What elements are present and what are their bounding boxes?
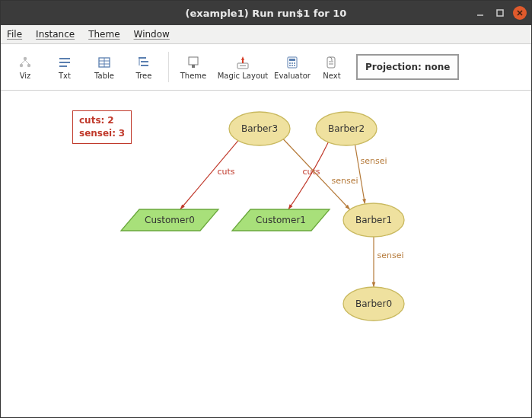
svg-point-5 [20,63,23,66]
magic-layout-label: Magic Layout [218,72,269,80]
theme-button[interactable]: Theme [175,49,212,85]
window-controls [473,1,527,25]
arrowhead-icon [372,282,376,287]
evaluator-icon [285,55,300,70]
menu-file[interactable]: File [7,29,22,40]
svg-point-28 [289,62,291,64]
edge-label-sensei: sensei [360,156,387,166]
svg-point-6 [27,63,30,66]
minimize-icon[interactable] [473,6,487,20]
txt-icon [57,55,72,70]
menu-theme[interactable]: Theme [88,29,119,40]
node-label-customer0: Customer0 [145,215,195,225]
svg-point-30 [294,62,295,64]
maximize-icon[interactable] [493,6,507,20]
node-label-barber2: Barber2 [328,123,365,134]
arrowhead-icon [288,204,293,209]
node-label-customer1: Customer1 [256,215,306,225]
svg-rect-20 [189,57,198,65]
svg-point-33 [294,65,295,66]
projection-button[interactable]: Projection: none [356,54,459,80]
viz-button[interactable]: Viz [7,49,43,85]
titlebar[interactable]: (example1) Run run$1 for 10 [1,1,531,25]
edge-label-cuts: cuts [217,167,234,177]
txt-label: Txt [59,72,71,80]
magic-layout-button[interactable]: Magic Layout [215,49,271,85]
svg-rect-21 [192,65,195,68]
theme-icon [186,55,201,70]
next-icon [324,55,339,70]
menu-instance[interactable]: Instance [36,29,75,40]
svg-line-8 [25,60,29,64]
node-label-barber0: Barber0 [355,298,392,309]
magic-layout-icon [235,55,250,70]
svg-rect-1 [497,10,503,16]
table-icon [97,55,112,70]
visualization-canvas[interactable]: cuts: 2 sensei: 3 cutscutssenseisenseise… [1,91,531,417]
evaluator-button[interactable]: Evaluator [274,49,311,85]
svg-marker-24 [241,56,244,60]
edge-barber3-barber1[interactable] [283,139,350,210]
evaluator-label: Evaluator [274,72,311,80]
graph-svg: cutscutssenseisenseisenseiBarber3Barber2… [1,91,531,417]
svg-line-7 [21,60,25,64]
app-window: (example1) Run run$1 for 10 File Instanc… [0,0,532,418]
node-label-barber3: Barber3 [241,123,278,134]
tree-button[interactable]: Tree [126,49,162,85]
tree-icon [136,55,151,70]
viz-label: Viz [20,72,31,80]
svg-point-29 [291,62,293,64]
theme-label: Theme [180,72,207,80]
next-label: Next [323,72,340,80]
table-label: Table [94,72,114,80]
projection-label: Projection: none [365,62,450,72]
svg-point-32 [291,65,293,66]
arrowhead-icon [362,199,366,204]
menubar: File Instance Theme Window [1,25,531,44]
window-title: (example1) Run run$1 for 10 [186,8,347,19]
svg-rect-27 [289,59,295,61]
next-button[interactable]: Next [314,49,350,85]
svg-point-31 [289,65,291,66]
toolbar-divider [168,52,169,82]
svg-rect-34 [327,57,335,68]
viz-icon [18,55,33,70]
node-label-barber1: Barber1 [355,215,392,225]
close-icon[interactable] [513,6,527,20]
menu-window[interactable]: Window [134,29,170,40]
edge-label-sensei: sensei [331,176,358,186]
svg-point-4 [24,56,27,59]
txt-button[interactable]: Txt [46,49,83,85]
edge-label-sensei: sensei [377,250,403,260]
tree-label: Tree [136,72,152,80]
edge-barber2-barber1[interactable] [355,145,365,204]
table-button[interactable]: Table [86,49,123,85]
toolbar: Viz Txt Table Tree Theme Magic Layout Ev… [1,44,531,91]
